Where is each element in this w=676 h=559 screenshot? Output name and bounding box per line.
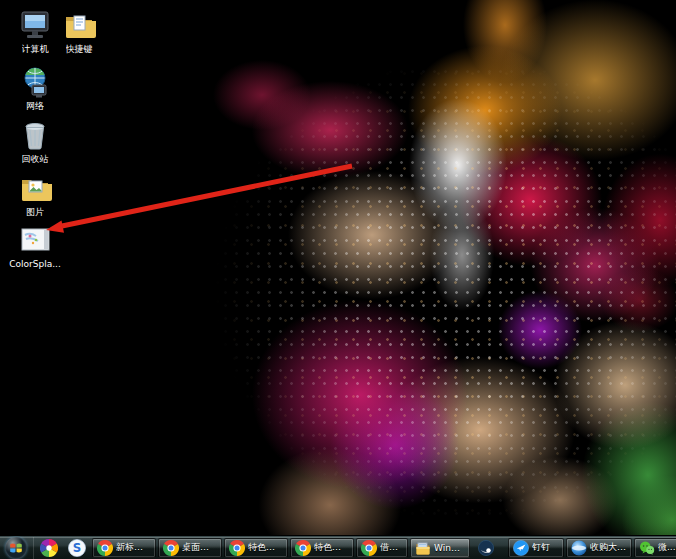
- task-button-label: 钉钉: [532, 541, 550, 554]
- wechat-icon: [639, 540, 655, 556]
- chrome-icon: [97, 540, 113, 556]
- task-button-label: 特色桌面主...: [248, 541, 283, 554]
- task-button-label: 借条怎么写...: [380, 541, 403, 554]
- task-chrome-jietiao[interactable]: 借条怎么写...: [356, 538, 408, 558]
- colorwheel-icon[interactable]: [40, 539, 58, 557]
- quark-icon: [478, 540, 494, 556]
- desktop-icon-label: 计算机: [22, 44, 49, 54]
- pictures-folder-icon: [18, 171, 52, 205]
- desktop-icon-label: 回收站: [22, 154, 49, 164]
- screen: 计算机快捷键网络回收站图片ColorSpla... S 新标签页 -...桌面动…: [0, 0, 676, 559]
- task-chrome-theme1[interactable]: 特色桌面主...: [224, 538, 288, 558]
- task-button-label: 微...: [658, 541, 676, 554]
- desktop[interactable]: 计算机快捷键网络回收站图片ColorSpla...: [0, 0, 676, 535]
- task-dingtalk[interactable]: 钉钉: [508, 538, 564, 558]
- recycle-bin-icon: [18, 118, 52, 152]
- start-button[interactable]: [5, 537, 27, 559]
- task-button-label: 新标签页 -...: [116, 541, 151, 554]
- task-wechat[interactable]: 微...: [634, 538, 676, 558]
- pinned-icons: S: [40, 539, 86, 557]
- computer-icon: [18, 8, 52, 42]
- svg-text:S: S: [73, 541, 82, 555]
- desktop-icon-label: 网络: [26, 101, 44, 111]
- taskbar-divider: [33, 537, 34, 559]
- desktop-icon-shortcuts[interactable]: 快捷键: [50, 8, 108, 54]
- desktop-icon-label: 快捷键: [66, 44, 93, 54]
- desktop-icon-recycle-bin[interactable]: 回收站: [6, 118, 64, 164]
- chrome-icon: [163, 540, 179, 556]
- task-button-label: 特色桌面主...: [314, 541, 349, 554]
- dingtalk-icon: [513, 540, 529, 556]
- task-button-label: Windows...: [434, 543, 465, 553]
- task-button-label: 收购大量教...: [590, 541, 627, 554]
- desktop-icon-area: 计算机快捷键网络回收站图片ColorSpla...: [6, 8, 146, 288]
- explorer-icon: [415, 540, 431, 556]
- task-blue-globe[interactable]: 收购大量教...: [566, 538, 632, 558]
- task-explorer-windows[interactable]: Windows...: [410, 538, 470, 558]
- task-chrome-wallpaper[interactable]: 桌面动态壁...: [158, 538, 222, 558]
- image-file-icon: [18, 223, 52, 257]
- taskbar: S 新标签页 -...桌面动态壁...特色桌面主...特色桌面主...借条怎么写…: [0, 535, 676, 559]
- shortcut-folder-icon: [62, 8, 96, 42]
- task-button-label: 桌面动态壁...: [182, 541, 217, 554]
- chrome-icon: [295, 540, 311, 556]
- desktop-icon-label: 图片: [26, 207, 44, 217]
- desktop-icon-pictures[interactable]: 图片: [6, 171, 64, 217]
- chrome-icon: [229, 540, 245, 556]
- desktop-icon-colorsplash[interactable]: ColorSpla...: [6, 223, 64, 269]
- desktop-icon-network[interactable]: 网络: [6, 65, 64, 111]
- task-chrome-newtab[interactable]: 新标签页 -...: [92, 538, 156, 558]
- globe-icon: [571, 540, 587, 556]
- task-quark[interactable]: [472, 538, 506, 558]
- s-browser-icon[interactable]: S: [68, 539, 86, 557]
- desktop-icon-label: ColorSpla...: [9, 259, 61, 269]
- chrome-icon: [361, 540, 377, 556]
- task-chrome-theme2[interactable]: 特色桌面主...: [290, 538, 354, 558]
- network-icon: [18, 65, 52, 99]
- task-buttons: 新标签页 -...桌面动态壁...特色桌面主...特色桌面主...借条怎么写..…: [92, 536, 676, 559]
